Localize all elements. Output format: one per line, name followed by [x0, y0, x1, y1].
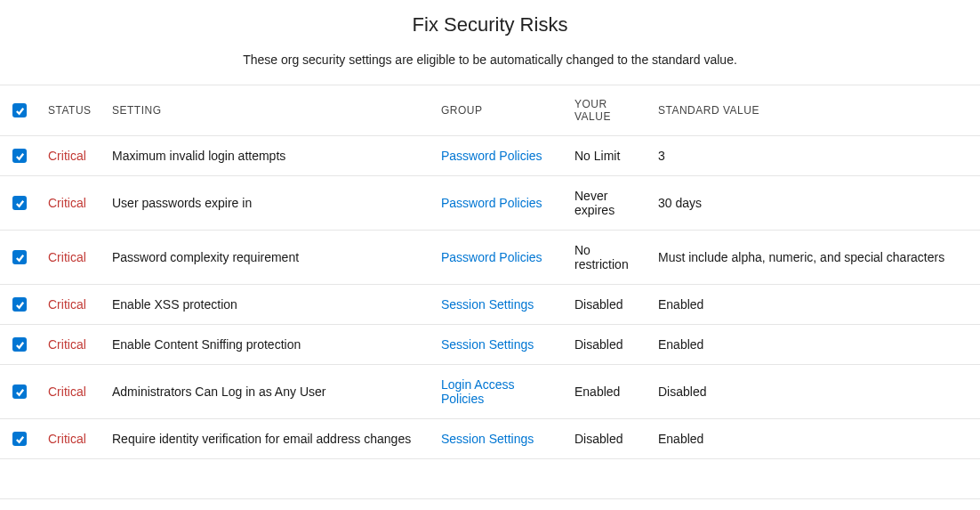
setting-cell: Administrators Can Log in as Any User [103, 365, 432, 419]
security-risks-table: Status Setting Group Your Value Standard… [0, 85, 980, 459]
row-checkbox[interactable] [12, 297, 27, 312]
your-value-cell: No restriction [566, 231, 649, 285]
group-link[interactable]: Session Settings [441, 337, 534, 352]
group-link[interactable]: Login Access Policies [441, 377, 515, 406]
status-cell: Critical [39, 285, 103, 325]
table-row: CriticalRequire identity verification fo… [0, 419, 980, 459]
footer: Cancel Change Settings [0, 498, 980, 510]
row-checkbox[interactable] [12, 149, 27, 163]
row-checkbox[interactable] [12, 196, 27, 210]
group-link[interactable]: Password Policies [441, 149, 542, 163]
your-value-cell: Never expires [566, 176, 649, 231]
group-link[interactable]: Session Settings [441, 432, 534, 446]
your-value-cell: Enabled [566, 365, 649, 419]
row-checkbox[interactable] [12, 385, 27, 399]
your-value-cell: No Limit [566, 136, 649, 176]
setting-cell: Enable Content Sniffing protection [103, 325, 432, 365]
standard-value-cell: 3 [649, 136, 980, 176]
table-wrap: Status Setting Group Your Value Standard… [0, 85, 980, 459]
page-title: Fix Security Risks [0, 13, 980, 36]
your-value-cell: Disabled [566, 285, 649, 325]
col-group-header: Group [432, 85, 566, 136]
col-your-value-header: Your Value [566, 85, 649, 136]
standard-value-cell: Enabled [649, 419, 980, 459]
table-row: CriticalMaximum invalid login attemptsPa… [0, 136, 980, 176]
row-checkbox[interactable] [12, 250, 27, 264]
select-all-checkbox[interactable] [12, 103, 27, 117]
status-cell: Critical [39, 176, 103, 231]
your-value-cell: Disabled [566, 325, 649, 365]
setting-cell: Require identity verification for email … [103, 419, 432, 459]
your-value-cell: Disabled [566, 419, 649, 459]
page-subtitle: These org security settings are eligible… [0, 53, 980, 67]
row-checkbox[interactable] [12, 432, 27, 446]
standard-value-cell: Disabled [649, 365, 980, 419]
standard-value-cell: 30 days [649, 176, 980, 231]
table-row: CriticalUser passwords expire inPassword… [0, 176, 980, 231]
setting-cell: User passwords expire in [103, 176, 432, 231]
setting-cell: Enable XSS protection [103, 285, 432, 325]
status-cell: Critical [39, 419, 103, 459]
header: Fix Security Risks These org security se… [0, 0, 980, 85]
status-cell: Critical [39, 365, 103, 419]
table-row: CriticalPassword complexity requirementP… [0, 231, 980, 285]
col-standard-value-header: Standard Value [649, 85, 980, 136]
group-link[interactable]: Password Policies [441, 250, 542, 264]
standard-value-cell: Enabled [649, 285, 980, 325]
table-row: CriticalEnable Content Sniffing protecti… [0, 325, 980, 365]
table-row: CriticalAdministrators Can Log in as Any… [0, 365, 980, 419]
setting-cell: Password complexity requirement [103, 231, 432, 285]
status-cell: Critical [39, 136, 103, 176]
table-header-row: Status Setting Group Your Value Standard… [0, 85, 980, 136]
group-link[interactable]: Session Settings [441, 297, 534, 312]
setting-cell: Maximum invalid login attempts [103, 136, 432, 176]
table-row: CriticalEnable XSS protectionSession Set… [0, 285, 980, 325]
standard-value-cell: Enabled [649, 325, 980, 365]
status-cell: Critical [39, 325, 103, 365]
col-setting-header: Setting [103, 85, 432, 136]
standard-value-cell: Must include alpha, numeric, and special… [649, 231, 980, 285]
status-cell: Critical [39, 231, 103, 285]
row-checkbox[interactable] [12, 337, 27, 352]
col-status-header: Status [39, 85, 103, 136]
group-link[interactable]: Password Policies [441, 196, 542, 210]
